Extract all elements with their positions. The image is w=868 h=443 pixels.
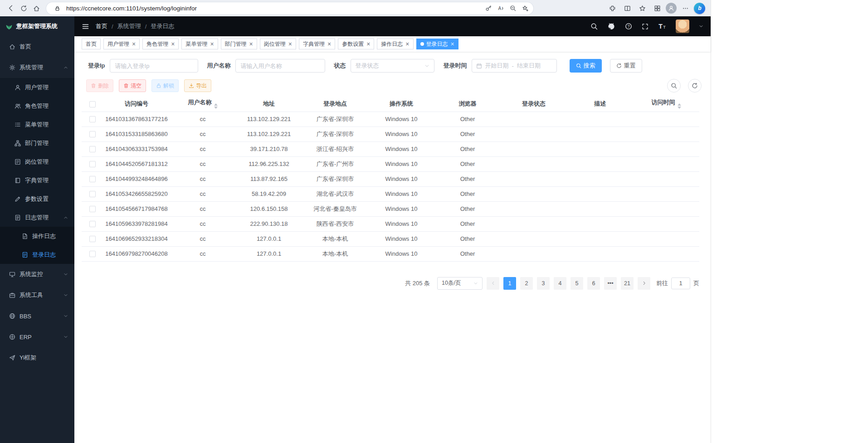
browser-home-icon[interactable] — [30, 2, 43, 15]
tab-dept-management[interactable]: 部门管理× — [221, 39, 257, 49]
tab-menu-management[interactable]: 菜单管理× — [181, 39, 218, 49]
table-row[interactable]: 1641044993248464896cc113.87.92.165广东省-深圳… — [82, 171, 699, 186]
table-row[interactable]: 1641043063331753984cc39.171.210.78浙江省-绍兴… — [82, 141, 699, 156]
close-icon[interactable]: × — [405, 41, 409, 47]
sidebar-item-menu-management[interactable]: 菜单管理 — [0, 115, 74, 134]
extensions-icon[interactable] — [606, 2, 619, 15]
row-checkbox[interactable] — [89, 206, 96, 212]
row-checkbox[interactable] — [89, 146, 96, 152]
browser-profile-avatar[interactable] — [666, 3, 677, 14]
add-favorite-star-icon[interactable] — [520, 3, 531, 14]
collections-icon[interactable] — [651, 2, 663, 15]
close-icon[interactable]: × — [288, 41, 292, 47]
split-screen-icon[interactable] — [621, 2, 634, 15]
search-icon[interactable] — [590, 23, 598, 30]
breadcrumb-item[interactable]: 首页 — [96, 22, 107, 30]
table-row[interactable]: 1641059633978281984cc222.90.130.18陕西省-西安… — [82, 216, 699, 231]
row-checkbox[interactable] — [89, 161, 96, 167]
sidebar-item-home[interactable]: 首页 — [0, 36, 74, 57]
row-checkbox[interactable] — [89, 221, 96, 227]
table-row[interactable]: 1641053426655825920cc58.19.42.209湖北省-武汉市… — [82, 186, 699, 201]
sidebar-item-post-management[interactable]: 岗位管理 — [0, 152, 74, 171]
sidebar-item-dict-management[interactable]: 字典管理 — [0, 171, 74, 190]
export-button[interactable]: 导出 — [184, 79, 211, 92]
row-checkbox[interactable] — [89, 251, 96, 257]
status-select[interactable]: 登录状态 — [351, 59, 434, 73]
tab-home[interactable]: 首页 — [82, 39, 101, 49]
browser-back-icon[interactable] — [5, 2, 17, 15]
sidebar-item-user-management[interactable]: 用户管理 — [0, 78, 74, 97]
row-checkbox[interactable] — [89, 131, 96, 137]
login-ip-input[interactable] — [110, 59, 198, 73]
collapse-sidebar-icon[interactable] — [82, 23, 89, 30]
row-checkbox[interactable] — [89, 116, 96, 122]
sort-carets-icon[interactable] — [214, 103, 218, 109]
page-button[interactable]: 2 — [520, 277, 533, 290]
close-icon[interactable]: × — [249, 41, 253, 47]
reset-button[interactable]: 重置 — [610, 59, 642, 73]
breadcrumb-item[interactable]: 系统管理 — [117, 22, 141, 30]
tab-operation-log[interactable]: 操作日志× — [377, 39, 413, 49]
row-checkbox[interactable] — [89, 176, 96, 182]
more-pages-button[interactable]: ••• — [604, 277, 617, 290]
page-button[interactable]: 6 — [587, 277, 600, 290]
close-icon[interactable]: × — [451, 41, 454, 47]
table-row[interactable]: 1641069652933218304cc127.0.0.1本地-本机Windo… — [82, 231, 699, 246]
browser-refresh-icon[interactable] — [17, 2, 30, 15]
close-icon[interactable]: × — [171, 41, 175, 47]
table-row[interactable]: 1641069798270046208cc127.0.0.1本地-本机Windo… — [82, 246, 699, 261]
sidebar-item-system-tools[interactable]: 系统工具 — [0, 285, 74, 306]
password-key-icon[interactable] — [483, 3, 494, 14]
table-row[interactable]: 1641054566717984768cc120.6.150.158河北省-秦皇… — [82, 201, 699, 216]
login-time-range-picker[interactable]: 开始日期 - 结束日期 — [472, 59, 557, 73]
page-button[interactable]: 1 — [503, 277, 516, 290]
sidebar-item-log-management[interactable]: 日志管理 — [0, 208, 74, 227]
close-icon[interactable]: × — [327, 41, 331, 47]
read-aloud-icon[interactable]: A — [495, 3, 506, 14]
close-icon[interactable]: × — [132, 41, 136, 47]
zoom-icon[interactable] — [507, 3, 518, 14]
tab-role-management[interactable]: 角色管理× — [142, 39, 179, 49]
sidebar-item-bbs[interactable]: BBS — [0, 306, 74, 326]
fullscreen-icon[interactable] — [642, 23, 649, 30]
refresh-table-button[interactable] — [688, 79, 702, 92]
user-avatar[interactable] — [676, 19, 689, 33]
chevron-down-icon[interactable] — [699, 24, 703, 29]
clear-button[interactable]: 清空 — [119, 79, 146, 92]
row-checkbox[interactable] — [89, 191, 96, 197]
tab-post-management[interactable]: 岗位管理× — [260, 39, 296, 49]
favorites-icon[interactable] — [636, 2, 649, 15]
page-button[interactable]: 3 — [537, 277, 550, 290]
bing-copilot-icon[interactable]: b — [694, 3, 705, 14]
sidebar-item-system-management[interactable]: 系统管理 — [0, 57, 74, 78]
page-button[interactable]: 5 — [571, 277, 583, 290]
column-header-user_name[interactable]: 用户名称 — [170, 96, 236, 112]
sidebar-item-dept-management[interactable]: 部门管理 — [0, 134, 74, 152]
tab-param-settings[interactable]: 参数设置× — [338, 39, 374, 49]
sidebar-item-erp[interactable]: ERP — [0, 326, 74, 347]
prev-page-button[interactable] — [487, 277, 499, 290]
browser-address-bar[interactable]: https://ccnetcore.com:1101/system/log/lo… — [46, 2, 533, 15]
table-row[interactable]: 1641031533185863680cc113.102.129.221广东省-… — [82, 127, 699, 141]
sidebar-item-role-management[interactable]: 角色管理 — [0, 97, 74, 115]
help-icon[interactable]: ? — [625, 23, 632, 30]
row-checkbox[interactable] — [89, 236, 96, 242]
tab-user-management[interactable]: 用户管理× — [103, 39, 140, 49]
page-button[interactable]: 4 — [554, 277, 566, 290]
next-page-button[interactable] — [638, 277, 650, 290]
font-size-icon[interactable]: TT — [658, 22, 666, 30]
github-icon[interactable] — [607, 22, 615, 30]
goto-page-input[interactable] — [671, 277, 690, 289]
close-icon[interactable]: × — [366, 41, 370, 47]
tab-login-log[interactable]: 登录日志× — [416, 39, 458, 49]
sidebar-item-param-settings[interactable]: 参数设置 — [0, 190, 74, 208]
unlock-button[interactable]: 解锁 — [151, 79, 179, 92]
sidebar-item-operation-log[interactable]: 操作日志 — [0, 227, 74, 245]
table-row[interactable]: 1641031367863177216cc113.102.129.221广东省-… — [82, 112, 699, 127]
select-all-checkbox[interactable] — [89, 101, 96, 107]
sidebar-item-login-log[interactable]: 登录日志 — [0, 245, 74, 264]
sidebar-item-yi-framework[interactable]: Yi框架 — [0, 347, 74, 368]
page-size-select[interactable]: 10条/页 — [437, 277, 483, 290]
toggle-search-button[interactable] — [667, 79, 681, 92]
table-row[interactable]: 1641044520567181312cc112.96.225.132广东省-广… — [82, 156, 699, 171]
